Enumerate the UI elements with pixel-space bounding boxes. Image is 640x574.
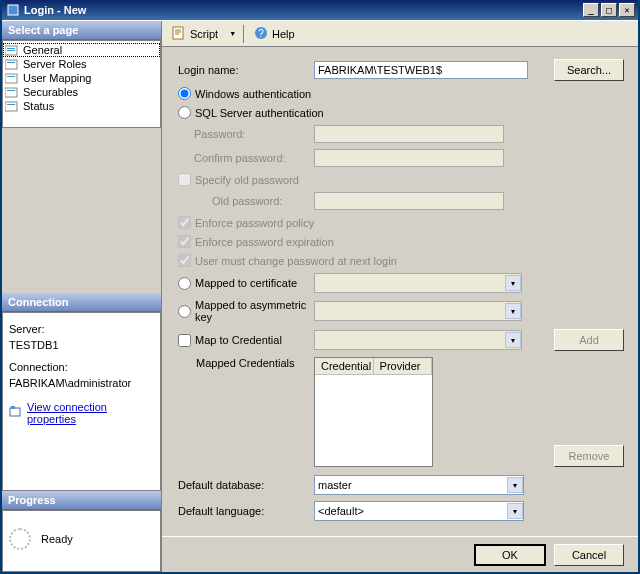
progress-spinner-icon: [9, 528, 31, 550]
confirm-password-label: Confirm password:: [178, 152, 314, 164]
default-language-dropdown[interactable]: <default> ▾: [314, 501, 524, 521]
password-input: [314, 125, 504, 143]
sidebar-item-server-roles[interactable]: Server Roles: [3, 57, 160, 71]
script-label: Script: [190, 28, 218, 40]
confirm-password-input: [314, 149, 504, 167]
page-icon: [5, 58, 19, 70]
map-cred-dropdown: ▾: [314, 330, 522, 350]
provider-column-header: Provider: [374, 358, 433, 374]
windows-auth-radio[interactable]: [178, 87, 191, 100]
svg-rect-0: [8, 5, 18, 15]
svg-rect-7: [7, 76, 15, 77]
mapped-asym-label: Mapped to asymmetric key: [195, 299, 314, 323]
page-icon: [5, 44, 19, 56]
specify-old-password-label: Specify old password: [195, 174, 299, 186]
script-icon: [172, 26, 186, 42]
minimize-button[interactable]: _: [583, 3, 599, 17]
cancel-button[interactable]: Cancel: [554, 544, 624, 566]
page-label: Server Roles: [23, 58, 87, 70]
mapped-asym-dropdown: ▾: [314, 301, 522, 321]
mapped-asym-radio[interactable]: [178, 305, 191, 318]
server-label: Server:: [9, 323, 154, 335]
help-icon: ?: [254, 26, 268, 42]
sidebar-item-securables[interactable]: Securables: [3, 85, 160, 99]
view-connection-properties-link[interactable]: View connection properties: [27, 401, 154, 425]
mapped-credentials-grid[interactable]: Credential Provider: [314, 357, 433, 467]
mapped-cert-dropdown: ▾: [314, 273, 522, 293]
page-label: General: [23, 44, 62, 56]
svg-rect-11: [7, 104, 15, 105]
page-icon: [5, 100, 19, 112]
close-button[interactable]: ✕: [619, 3, 635, 17]
page-icon: [5, 72, 19, 84]
enforce-expiration-label: Enforce password expiration: [195, 236, 334, 248]
page-icon: [5, 86, 19, 98]
enforce-policy-checkbox: [178, 216, 191, 229]
credential-column-header: Credential: [315, 358, 374, 374]
sql-auth-radio[interactable]: [178, 106, 191, 119]
sidebar-item-general[interactable]: General: [3, 43, 160, 57]
default-database-value: master: [315, 479, 507, 491]
svg-rect-13: [11, 406, 15, 409]
page-label: Securables: [23, 86, 78, 98]
old-password-label: Old password:: [178, 195, 314, 207]
mapped-credentials-label: Mapped Credentials: [178, 357, 314, 369]
enforce-policy-label: Enforce password policy: [195, 217, 314, 229]
window-title: Login - New: [24, 4, 581, 16]
script-button[interactable]: Script: [166, 24, 224, 44]
page-label: Status: [23, 100, 54, 112]
titlebar: Login - New _ □ ✕: [2, 0, 638, 20]
connection-props-icon: [9, 405, 23, 421]
svg-text:?: ?: [258, 28, 264, 39]
default-language-label: Default language:: [178, 505, 314, 517]
help-button[interactable]: ? Help: [248, 24, 301, 44]
svg-rect-4: [5, 60, 17, 69]
must-change-label: User must change password at next login: [195, 255, 397, 267]
sql-auth-label: SQL Server authentication: [195, 107, 324, 119]
login-name-label: Login name:: [178, 64, 314, 76]
connection-panel: Server: TESTDB1 Connection: FABRIKAM\adm…: [2, 312, 161, 491]
toolbar-separator: [243, 25, 244, 43]
login-name-input[interactable]: [314, 61, 528, 79]
progress-header: Progress: [2, 491, 161, 510]
progress-state: Ready: [41, 533, 73, 545]
default-database-dropdown[interactable]: master ▾: [314, 475, 524, 495]
search-button[interactable]: Search...: [554, 59, 624, 81]
select-page-header: Select a page: [2, 21, 161, 40]
toolbar: Script ▼ ? Help: [162, 21, 638, 47]
connection-header: Connection: [2, 293, 161, 312]
map-cred-label: Map to Credential: [195, 334, 282, 346]
svg-rect-3: [7, 50, 15, 51]
svg-rect-5: [7, 62, 15, 63]
app-icon: [6, 3, 20, 17]
mapped-cert-radio[interactable]: [178, 277, 191, 290]
sidebar: Select a page General Server Roles User …: [2, 21, 162, 572]
ok-button[interactable]: OK: [474, 544, 546, 566]
password-label: Password:: [178, 128, 314, 140]
progress-panel: Ready: [2, 510, 161, 572]
sidebar-item-user-mapping[interactable]: User Mapping: [3, 71, 160, 85]
default-language-value: <default>: [315, 505, 507, 517]
page-list: General Server Roles User Mapping Secura…: [2, 40, 161, 128]
dropdown-arrow-icon: ▾: [507, 477, 523, 493]
svg-rect-8: [5, 88, 17, 97]
must-change-checkbox: [178, 254, 191, 267]
dropdown-arrow-icon: ▾: [507, 503, 523, 519]
maximize-button[interactable]: □: [601, 3, 617, 17]
help-label: Help: [272, 28, 295, 40]
specify-old-password-checkbox: [178, 173, 191, 186]
page-label: User Mapping: [23, 72, 91, 84]
svg-rect-14: [173, 27, 183, 39]
default-database-label: Default database:: [178, 479, 314, 491]
connection-label: Connection:: [9, 361, 154, 373]
connection-value: FABRIKAM\administrator: [9, 377, 154, 389]
sidebar-item-status[interactable]: Status: [3, 99, 160, 113]
server-value: TESTDB1: [9, 339, 154, 351]
script-dropdown-arrow[interactable]: ▼: [226, 30, 239, 37]
remove-button: Remove: [554, 445, 624, 467]
enforce-expiration-checkbox: [178, 235, 191, 248]
map-cred-checkbox[interactable]: [178, 334, 191, 347]
svg-rect-9: [7, 90, 15, 91]
svg-rect-2: [7, 48, 15, 49]
svg-rect-12: [10, 408, 20, 416]
